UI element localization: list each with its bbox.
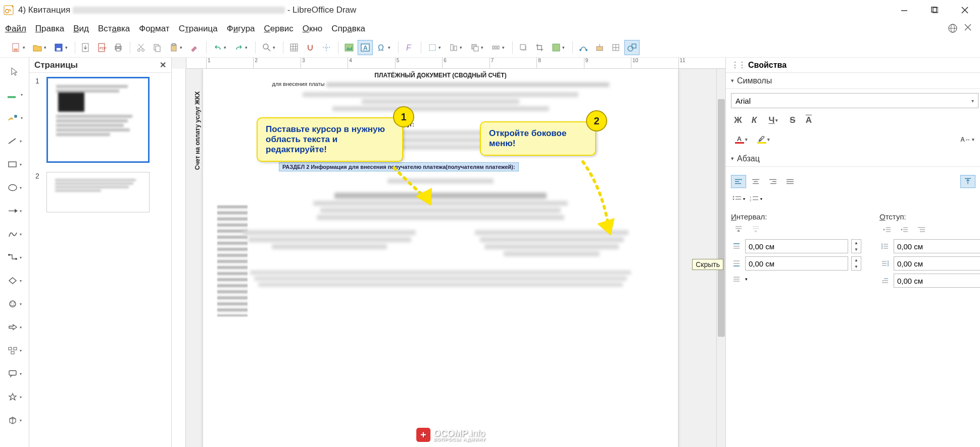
connector-tool[interactable]: ▾: [5, 249, 24, 266]
crop-button[interactable]: [532, 40, 547, 55]
space-above-spinner[interactable]: ▲▼: [851, 239, 861, 253]
align-justify-button[interactable]: [782, 175, 798, 188]
pages-panel-close-icon[interactable]: ✕: [160, 60, 166, 70]
align-button[interactable]: ▾: [446, 40, 466, 55]
align-left-button[interactable]: [731, 175, 746, 188]
copy-button[interactable]: [150, 40, 165, 55]
paragraph-section-header[interactable]: ▾Абзац◱: [726, 151, 980, 167]
space-below-spinner[interactable]: ▲▼: [851, 256, 861, 271]
paste-button[interactable]: ▾: [166, 40, 186, 55]
align-center-button[interactable]: [748, 175, 763, 188]
snap-button[interactable]: [303, 40, 318, 55]
menu-edit[interactable]: Правка: [35, 24, 64, 34]
fontwork-button[interactable]: F: [402, 40, 417, 55]
line-tool[interactable]: ▾: [5, 132, 24, 150]
redo-button[interactable]: ▾: [231, 40, 251, 55]
draw-functions-button[interactable]: [624, 40, 640, 55]
strike-button[interactable]: S: [786, 113, 800, 127]
clone-format-button[interactable]: [187, 40, 202, 55]
new-button[interactable]: ▾: [8, 40, 28, 55]
valign-top-button[interactable]: [960, 175, 975, 188]
font-color-button[interactable]: A▾: [731, 132, 751, 147]
menu-window[interactable]: Окно: [303, 24, 323, 34]
indent-left-input[interactable]: [894, 239, 980, 253]
block-arrow-tool[interactable]: ▾: [5, 319, 24, 336]
indent-inc-button[interactable]: [879, 223, 895, 236]
menu-view[interactable]: Вид: [73, 24, 89, 34]
basic-shapes-tool[interactable]: ▾: [5, 272, 24, 289]
font-name-combo[interactable]: Arial▾: [731, 93, 978, 108]
flowchart-tool[interactable]: ▾: [5, 342, 24, 359]
curve-tool[interactable]: ▾: [5, 226, 24, 243]
export-button[interactable]: [78, 40, 93, 55]
symbol-shapes-tool[interactable]: ▾: [5, 295, 24, 312]
3d-tool[interactable]: ▾: [5, 412, 24, 429]
insert-special-char-button[interactable]: Ω▾: [374, 40, 394, 55]
italic-button[interactable]: К: [747, 113, 761, 127]
bullet-list-button[interactable]: ▾: [731, 192, 746, 205]
symbols-section-header[interactable]: ▾Символы◱: [726, 73, 980, 89]
extrusion-button[interactable]: [608, 40, 623, 55]
zoom-button[interactable]: ▾: [259, 40, 279, 55]
overline-button[interactable]: A: [802, 113, 816, 127]
sheet-viewport[interactable]: Счет на оплату услуг ЖКХ ПЛАТЁЖНЫЙ ДОКУМ…: [186, 69, 716, 447]
print-button[interactable]: [111, 40, 126, 55]
increase-indent-button[interactable]: [977, 192, 980, 205]
insert-image-button[interactable]: [341, 40, 357, 55]
menu-shape[interactable]: Фигура: [227, 24, 255, 34]
select-tool[interactable]: [5, 63, 24, 80]
page-thumbnail-1[interactable]: 1: [35, 77, 165, 163]
bold-button[interactable]: Ж: [731, 113, 745, 127]
arrow-tool[interactable]: ▾: [5, 202, 24, 219]
indent-dec-button[interactable]: [897, 223, 912, 236]
menu-tools[interactable]: Сервис: [264, 24, 293, 34]
number-list-button[interactable]: 12▾: [748, 192, 763, 205]
filter-button[interactable]: ▾: [548, 40, 568, 55]
minimize-button[interactable]: [899, 5, 909, 15]
maximize-button[interactable]: [929, 5, 940, 15]
vertical-scrollbar[interactable]: [716, 69, 725, 447]
underline-button[interactable]: Ч▾: [763, 113, 783, 127]
space-above-inc[interactable]: [731, 223, 746, 236]
transform-button[interactable]: ▾: [424, 40, 445, 55]
fill-color-tool[interactable]: ▾: [5, 109, 24, 126]
line-color-tool[interactable]: ▾: [5, 86, 24, 103]
star-tool[interactable]: ▾: [5, 388, 24, 406]
open-button[interactable]: ▾: [29, 40, 50, 55]
grid-button[interactable]: [286, 40, 302, 55]
menu-insert[interactable]: Вставка: [98, 24, 130, 34]
indent-right-input[interactable]: [894, 256, 980, 271]
scrollbar-thumb[interactable]: [718, 99, 725, 337]
insert-textbox-button[interactable]: A: [358, 40, 373, 55]
callout-tool[interactable]: ▾: [5, 365, 24, 382]
points-button[interactable]: [576, 40, 591, 55]
space-above-dec[interactable]: [748, 223, 763, 236]
globe-icon[interactable]: [948, 23, 959, 34]
menu-help[interactable]: Справка: [331, 24, 365, 34]
valign-middle-button[interactable]: [977, 175, 980, 188]
shadow-button[interactable]: [516, 40, 531, 55]
hanging-indent-button[interactable]: [914, 223, 929, 236]
menu-file[interactable]: Файл: [5, 24, 26, 34]
menu-page[interactable]: Страница: [179, 24, 218, 34]
space-below-input[interactable]: [745, 256, 848, 271]
indent-first-input[interactable]: [894, 274, 980, 288]
ellipse-tool[interactable]: ▾: [5, 179, 24, 196]
gluepoints-button[interactable]: [592, 40, 607, 55]
guides-button[interactable]: [319, 40, 334, 55]
export-pdf-button[interactable]: PDF: [94, 40, 110, 55]
space-above-input[interactable]: [745, 239, 848, 253]
menu-close-icon[interactable]: [964, 23, 975, 34]
page-thumbnail-2[interactable]: 2: [35, 172, 165, 212]
highlight-color-button[interactable]: 🖊▾: [753, 132, 773, 147]
save-button[interactable]: ▾: [51, 40, 71, 55]
distribute-button[interactable]: ▾: [488, 40, 508, 55]
cut-button[interactable]: [133, 40, 149, 55]
arrange-button[interactable]: ▾: [467, 40, 487, 55]
close-button[interactable]: [960, 5, 970, 15]
align-right-button[interactable]: [765, 175, 780, 188]
undo-button[interactable]: ▾: [210, 40, 230, 55]
rect-tool[interactable]: ▾: [5, 156, 24, 173]
menu-format[interactable]: Формат: [139, 24, 169, 34]
char-spacing-button[interactable]: A↔▾: [957, 132, 977, 147]
